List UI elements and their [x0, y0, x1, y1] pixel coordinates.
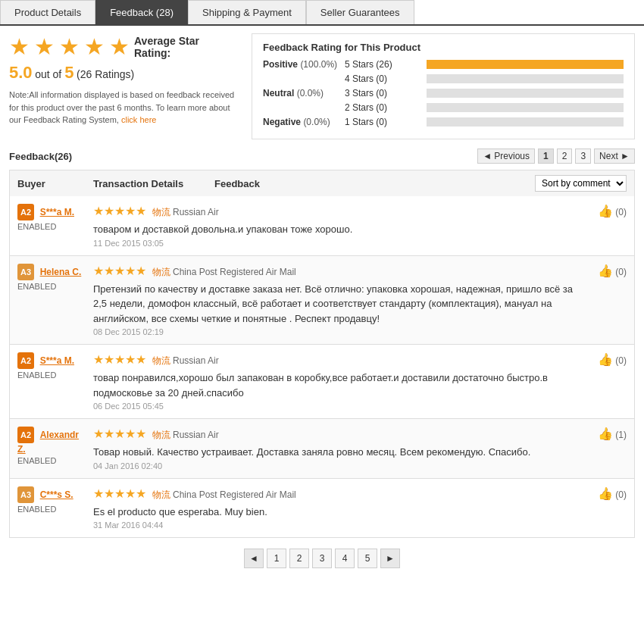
bottom-page-1[interactable]: 1 — [267, 549, 286, 568]
buyer-name-0[interactable]: S***a M. — [40, 207, 74, 217]
bottom-next-button[interactable]: ► — [380, 549, 400, 568]
bottom-page-5[interactable]: 5 — [358, 549, 377, 568]
buyer-header-1: A3 Helena C. — [17, 264, 86, 280]
col-buyer-header: Buyer — [17, 178, 93, 189]
bottom-page-4[interactable]: 4 — [335, 549, 355, 568]
buyer-status-1: ENABLED — [17, 282, 86, 291]
rating-row-4star: 4 Stars (0) — [263, 73, 624, 84]
sort-select[interactable]: Sort by comment — [535, 175, 627, 192]
rating-row-5star: Positive (100.0%) 5 Stars (26) — [263, 59, 624, 70]
pagination-bottom: ◄ 1 2 3 4 5 ► — [9, 549, 635, 576]
bar-label-3: 3 Stars (0) — [345, 88, 420, 98]
rating-row-2star: 2 Stars (0) — [263, 102, 624, 113]
bar-2star — [427, 103, 624, 112]
review-date-0: 11 Dec 2015 03:05 — [93, 239, 574, 248]
bar-label-2: 2 Stars (0) — [345, 102, 420, 113]
rating-section: ★ ★ ★ ★ ★ Average Star Rating: 5.0 out o… — [9, 33, 635, 139]
like-col-1: 👍 (0) — [581, 264, 627, 337]
buyer-header-2: A2 S***a M. — [17, 352, 86, 369]
label-neutral: Neutral (0.0%) — [263, 88, 339, 98]
buyer-col-0: A2 S***a M. ENABLED — [17, 204, 86, 248]
tab-feedback[interactable]: Feedback (28) — [95, 0, 188, 24]
bottom-page-2[interactable]: 2 — [289, 549, 309, 568]
bottom-page-3[interactable]: 3 — [312, 549, 332, 568]
page-3-button[interactable]: 3 — [575, 148, 591, 164]
shipping-info-0: 物流 Russian Air — [152, 206, 219, 219]
bottom-prev-button[interactable]: ◄ — [244, 549, 264, 568]
main-content: ★ ★ ★ ★ ★ Average Star Rating: 5.0 out o… — [0, 26, 644, 583]
rating-note: Note:All information displayed is based … — [9, 89, 236, 127]
star-1: ★ — [9, 33, 30, 60]
bar-label-5: 5 Stars (26) — [345, 59, 420, 70]
shipping-label-0: 物流 — [152, 207, 170, 217]
bar-label-1: 1 Stars (0) — [345, 117, 420, 127]
rating-row-3star: Neutral (0.0%) 3 Stars (0) — [263, 88, 624, 98]
shipping-label-2: 物流 — [152, 355, 170, 366]
like-col-3: 👍 (1) — [581, 427, 627, 470]
feedback-rating-box: Feedback Rating for This Product Positiv… — [252, 33, 635, 139]
thumbs-up-icon-0[interactable]: 👍 — [598, 205, 613, 217]
shipping-label-3: 物流 — [152, 430, 170, 440]
shipping-info-3: 物流 Russian Air — [152, 429, 219, 442]
rating-row-1star: Negative (0.0%) 1 Stars (0) — [263, 117, 624, 127]
thumbs-up-icon-3[interactable]: 👍 — [598, 427, 613, 440]
pagination-top: ◄ Previous 1 2 3 Next ► — [477, 148, 635, 164]
feedback-col-0: ★★★★★ 物流 Russian Air товаром и доставкой… — [93, 204, 574, 248]
avatar-0: A2 — [17, 204, 34, 220]
thumbs-up-icon-1[interactable]: 👍 — [598, 264, 613, 277]
shipping-4: China Post Registered Air Mail — [173, 489, 296, 500]
buyer-name-1[interactable]: Helena C. — [40, 267, 82, 277]
tab-seller-guarantees[interactable]: Seller Guarantees — [306, 0, 414, 24]
page-2-button[interactable]: 2 — [557, 148, 573, 164]
buyer-col-4: A3 C***s S. ENABLED — [17, 486, 86, 530]
review-item-2: A2 S***a M. ENABLED ★★★★★ 物流 Russian Air… — [9, 345, 635, 419]
prev-button[interactable]: ◄ Previous — [477, 148, 535, 164]
bar-3star — [427, 89, 624, 98]
stars-shipping-2: ★★★★★ 物流 Russian Air — [93, 352, 574, 367]
like-count-3: (1) — [615, 430, 627, 440]
buyer-name-4[interactable]: C***s S. — [40, 489, 73, 500]
feedback-col-1: ★★★★★ 物流 China Post Registered Air Mail … — [93, 264, 574, 337]
thumbs-up-icon-2[interactable]: 👍 — [598, 353, 613, 366]
tab-product-details[interactable]: Product Details — [0, 0, 95, 24]
review-date-2: 06 Dec 2015 05:45 — [93, 402, 574, 411]
avg-label: Average Star Rating: — [134, 35, 236, 59]
like-count-2: (0) — [615, 355, 627, 366]
shipping-info-1: 物流 China Post Registered Air Mail — [152, 266, 296, 279]
page-1-button[interactable]: 1 — [538, 148, 554, 164]
shipping-label-1: 物流 — [152, 267, 170, 277]
shipping-info-4: 物流 China Post Registered Air Mail — [152, 489, 296, 502]
buyer-header-3: A2 Alexandr Z. — [17, 427, 86, 455]
out-of: out of — [35, 68, 64, 80]
review-stars-0: ★★★★★ — [93, 204, 146, 218]
bar-4star — [427, 74, 624, 83]
like-count-0: (0) — [615, 207, 627, 217]
star-5: ★ — [109, 33, 130, 60]
col-feedback-header: Feedback — [214, 178, 535, 189]
buyer-status-4: ENABLED — [17, 505, 86, 514]
stars-shipping-4: ★★★★★ 物流 China Post Registered Air Mail — [93, 486, 574, 502]
tab-shipping[interactable]: Shipping & Payment — [188, 0, 306, 24]
buyer-status-0: ENABLED — [17, 222, 86, 231]
buyer-col-2: A2 S***a M. ENABLED — [17, 352, 86, 411]
click-here-link[interactable]: click here — [121, 115, 156, 124]
shipping-3: Russian Air — [173, 430, 219, 440]
avg-total: (26 Ratings) — [77, 68, 134, 80]
shipping-info-2: 物流 Russian Air — [152, 355, 219, 367]
like-count-1: (0) — [615, 267, 627, 277]
next-button[interactable]: Next ► — [594, 148, 635, 164]
feedback-col-2: ★★★★★ 物流 Russian Air товар понравился,хо… — [93, 352, 574, 411]
buyer-name-2[interactable]: S***a M. — [40, 355, 74, 366]
shipping-label-4: 物流 — [152, 489, 170, 500]
buyer-status-2: ENABLED — [17, 370, 86, 380]
review-text-3: Товар новый. Качество устраивает. Достав… — [93, 445, 574, 460]
review-text-4: Es el producto que esperaba. Muy bien. — [93, 505, 574, 520]
avg-score: 5.0 — [9, 63, 33, 82]
review-stars-4: ★★★★★ — [93, 486, 146, 501]
thumbs-up-icon-4[interactable]: 👍 — [598, 487, 613, 500]
avatar-4: A3 — [17, 486, 34, 503]
review-stars-2: ★★★★★ — [93, 352, 146, 367]
buyer-header-0: A2 S***a M. — [17, 204, 86, 220]
sort-col: Sort by comment — [535, 175, 627, 192]
avatar-1: A3 — [17, 264, 34, 280]
